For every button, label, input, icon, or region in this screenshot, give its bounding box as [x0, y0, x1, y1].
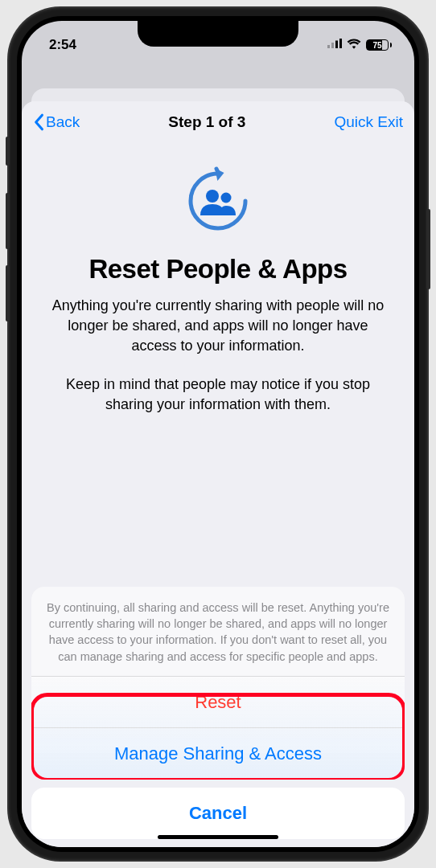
- phone-frame: 2:54 75: [9, 8, 427, 860]
- notch: [138, 21, 298, 47]
- cellular-signal-icon: [327, 37, 342, 53]
- power-button: [426, 209, 430, 289]
- svg-rect-3: [339, 39, 342, 48]
- quick-exit-button[interactable]: Quick Exit: [334, 113, 403, 131]
- reset-label: Reset: [195, 692, 241, 713]
- description-paragraph-1: Anything you're currently sharing with p…: [46, 296, 390, 357]
- svg-rect-0: [327, 45, 330, 48]
- action-sheet: By continuing, all sharing and access wi…: [22, 587, 414, 847]
- phone-bezel: 2:54 75: [17, 16, 419, 852]
- screen: 2:54 75: [22, 21, 414, 847]
- battery-percent: 75: [372, 41, 381, 50]
- navigation-bar: Back Step 1 of 3 Quick Exit: [22, 101, 414, 143]
- chevron-left-icon: [33, 113, 44, 131]
- description-paragraph-2: Keep in mind that people may notice if y…: [46, 375, 390, 415]
- svg-point-4: [206, 190, 219, 203]
- home-indicator[interactable]: [158, 835, 278, 839]
- clock: 2:54: [49, 37, 76, 52]
- cancel-label: Cancel: [189, 803, 247, 824]
- volume-down-button: [6, 265, 10, 321]
- action-sheet-message: By continuing, all sharing and access wi…: [31, 587, 405, 677]
- wifi-icon: [347, 37, 361, 53]
- svg-point-5: [221, 193, 232, 203]
- back-label: Back: [46, 113, 80, 131]
- reset-button[interactable]: Reset: [31, 677, 405, 728]
- step-indicator: Step 1 of 3: [168, 113, 245, 131]
- manage-sharing-button[interactable]: Manage Sharing & Access: [31, 728, 405, 780]
- action-sheet-group: By continuing, all sharing and access wi…: [31, 587, 405, 780]
- svg-rect-1: [331, 43, 334, 48]
- reset-people-icon: [183, 166, 253, 236]
- battery-indicator: 75: [366, 39, 392, 51]
- back-button[interactable]: Back: [33, 113, 80, 131]
- page-title: Reset People & Apps: [46, 254, 390, 285]
- svg-rect-2: [335, 41, 338, 49]
- hero-section: Reset People & Apps Anything you're curr…: [22, 143, 414, 415]
- cancel-button[interactable]: Cancel: [31, 788, 405, 839]
- main-sheet: Back Step 1 of 3 Quick Exit: [22, 101, 414, 847]
- manage-label: Manage Sharing & Access: [114, 743, 322, 764]
- volume-up-button: [6, 193, 10, 249]
- mute-switch: [6, 137, 10, 166]
